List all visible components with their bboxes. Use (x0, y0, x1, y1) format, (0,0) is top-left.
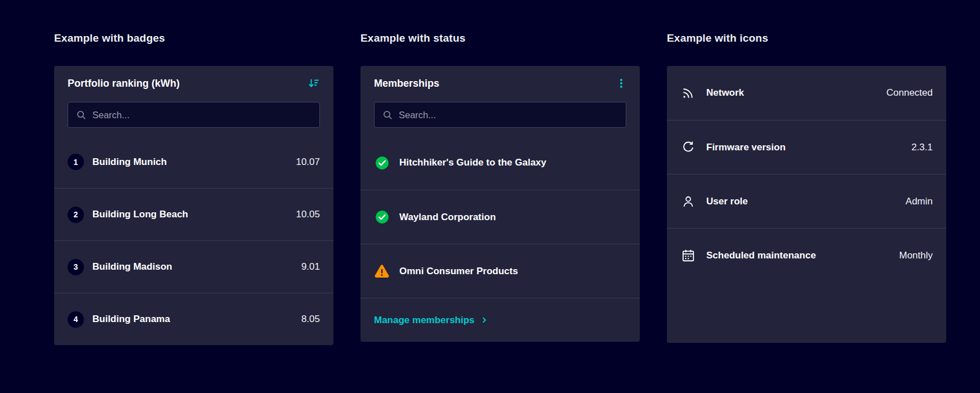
table-row: 4 Building Panama 8.05 (54, 293, 333, 345)
check-circle-icon (374, 209, 390, 225)
row-value: Admin (906, 196, 933, 207)
table-row: 2 Building Long Beach 10.05 (54, 188, 333, 240)
search-field (68, 102, 320, 128)
device-info-card: Network Connected Firmware version 2.3.1 (667, 66, 946, 343)
rank-badge: 3 (68, 259, 84, 275)
manage-memberships-link[interactable]: Manage memberships (374, 315, 488, 326)
section-icons: Example with icons Network Connected (667, 32, 946, 345)
memberships-card: Memberships (360, 66, 640, 342)
card-header: Portfolio ranking (kWh) (54, 66, 333, 101)
section-status: Example with status Memberships (360, 32, 640, 345)
search-wrap (54, 101, 333, 136)
search-field (374, 102, 626, 128)
warning-triangle-icon (374, 264, 390, 279)
table-row: 1 Building Munich 10.07 (54, 136, 333, 188)
kebab-menu-icon[interactable] (613, 74, 630, 92)
rank-badge: 2 (68, 207, 84, 223)
row-label: Building Panama (92, 314, 293, 325)
card-title: Portfolio ranking (kWh) (68, 78, 180, 90)
link-label: Manage memberships (374, 315, 475, 326)
row-value: 2.3.1 (911, 142, 933, 153)
list-item: Scheduled maintenance Monthly (667, 228, 946, 282)
row-value: 8.05 (301, 314, 320, 325)
row-label: Building Munich (92, 157, 287, 168)
list-item: User role Admin (667, 174, 946, 228)
membership-list: Hitchhiker's Guide to the Galaxy Wayland… (360, 136, 640, 298)
rank-badge: 1 (68, 154, 84, 170)
row-label: Hitchhiker's Guide to the Galaxy (399, 157, 626, 168)
search-wrap (360, 101, 640, 136)
user-icon (680, 194, 696, 209)
list-item: Omni Consumer Products (360, 244, 640, 298)
chevron-right-icon (480, 316, 488, 324)
search-input[interactable] (92, 110, 311, 120)
row-label: Building Long Beach (92, 209, 287, 220)
list-item: Wayland Corporation (360, 190, 640, 244)
search-icon (382, 110, 393, 120)
section-badges: Example with badges Portfolio ranking (k… (54, 32, 333, 345)
row-label: Network (706, 87, 876, 99)
row-value: 10.05 (296, 209, 320, 220)
row-value: 10.07 (296, 157, 320, 168)
ranking-list: 1 Building Munich 10.07 2 Building Long … (54, 136, 333, 345)
calendar-icon (680, 248, 696, 263)
card-title: Memberships (374, 78, 439, 90)
network-icon (680, 86, 696, 100)
check-circle-icon (374, 155, 390, 171)
section-heading-badges: Example with badges (54, 32, 333, 44)
search-icon (76, 110, 86, 120)
row-label: Building Madison (92, 261, 293, 273)
list-item: Network Connected (667, 66, 946, 120)
table-row: 3 Building Madison 9.01 (54, 240, 333, 293)
row-label: Omni Consumer Products (399, 266, 626, 277)
firmware-icon (680, 140, 696, 155)
page: Example with badges Portfolio ranking (k… (0, 0, 980, 345)
portfolio-ranking-card: Portfolio ranking (kWh) (54, 66, 333, 345)
row-value: Connected (887, 87, 933, 99)
section-heading-icons: Example with icons (667, 32, 946, 44)
section-heading-status: Example with status (360, 32, 640, 44)
list-item: Hitchhiker's Guide to the Galaxy (360, 136, 640, 190)
card-footer: Manage memberships (360, 298, 640, 342)
list-item: Firmware version 2.3.1 (667, 120, 946, 174)
card-header: Memberships (360, 66, 640, 101)
row-label: Scheduled maintenance (706, 250, 889, 261)
search-input[interactable] (399, 110, 618, 120)
row-label: Wayland Corporation (399, 212, 626, 223)
row-value: 9.01 (301, 261, 320, 273)
rank-badge: 4 (68, 311, 84, 328)
row-value: Monthly (899, 250, 933, 261)
row-label: Firmware version (706, 142, 901, 153)
row-label: User role (706, 196, 896, 207)
sort-descending-icon[interactable] (304, 74, 323, 93)
